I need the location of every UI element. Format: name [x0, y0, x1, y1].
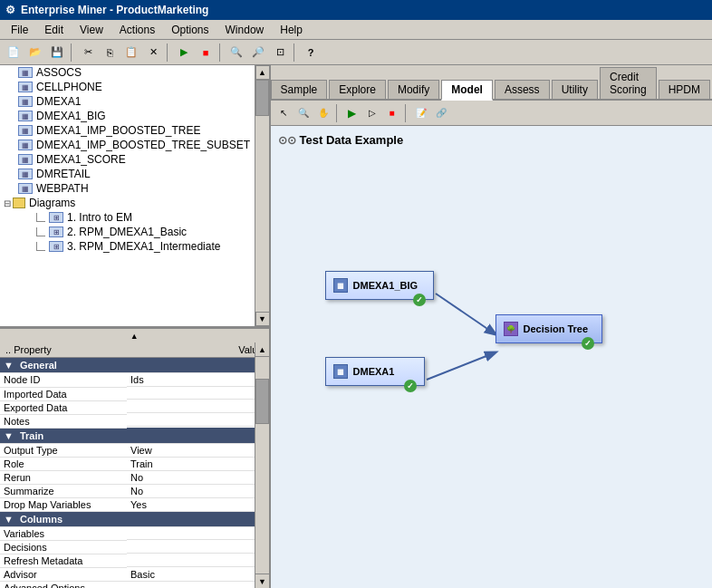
tree-item-label-12: 3. RPM_DMEXA1_Intermediate [67, 240, 220, 253]
menu-help[interactable]: Help [273, 22, 310, 38]
tree-item-label-9: Diagrams [29, 197, 75, 209]
prop-value-cell: No [127, 485, 269, 498]
node-dmexa1-big-label: DMEXA1_BIG [353, 280, 419, 291]
tree-item-2[interactable]: ▦DMEXA1 [0, 94, 255, 109]
tab-hpdm[interactable]: HPDM [659, 80, 710, 99]
prop-value-cell: Yes [127, 498, 269, 512]
diag-run-selected[interactable]: ▷ [363, 104, 381, 122]
tree-item-6[interactable]: ▦DMEXA1_SCORE [0, 152, 255, 167]
file-icon-2: ▦ [18, 96, 33, 107]
tab-model[interactable]: Model [441, 80, 493, 101]
tree-item-label-2: DMEXA1 [36, 95, 81, 108]
toolbar-delete[interactable]: ✕ [143, 43, 163, 63]
folder-expand-9[interactable]: ⊟ [4, 198, 11, 208]
prop-scroll-down[interactable]: ▼ [255, 574, 269, 588]
prop-row: Notes... [0, 414, 269, 428]
toolbar-zoom-out[interactable]: 🔎 [248, 43, 268, 63]
prop-section-train: ▼ Train [0, 428, 269, 443]
tree-item-11[interactable]: ⊞2. RPM_DMEXA1_Basic [0, 225, 255, 239]
diag-run-all[interactable]: ▶ [343, 104, 361, 122]
app-title: Enterprise Miner - ProductMarketing [21, 4, 208, 16]
toolbar-run[interactable]: ▶ [174, 43, 194, 63]
file-icon-5: ▦ [18, 140, 33, 150]
toolbar-copy[interactable]: ⎘ [100, 43, 120, 63]
toolbar-zoom-in[interactable]: 🔍 [226, 43, 246, 63]
diag-select[interactable]: ↖ [274, 104, 293, 122]
menu-file[interactable]: File [4, 22, 35, 38]
file-icon-0: ▦ [18, 67, 33, 78]
diag-sep [336, 104, 340, 122]
menu-edit[interactable]: Edit [37, 22, 71, 38]
tree-item-12[interactable]: ⊞3. RPM_DMEXA1_Intermediate [0, 239, 255, 254]
node-dmexa1[interactable]: ▦ DMEXA1 ✓ [325, 357, 425, 386]
section-expand-icon[interactable]: ▼ [4, 360, 14, 371]
tree-item-9[interactable]: ⊟Diagrams [0, 196, 255, 210]
toolbar-cut[interactable]: ✂ [78, 43, 98, 63]
scroll-up-btn[interactable]: ▲ [255, 65, 269, 80]
toolbar-stop[interactable]: ■ [196, 43, 216, 63]
diag-stop[interactable]: ■ [383, 104, 401, 122]
prop-name: Imported Data [0, 387, 127, 400]
menu-actions[interactable]: Actions [112, 22, 162, 38]
toolbar-open[interactable]: 📂 [25, 43, 45, 63]
prop-row: AdvisorBasic [0, 568, 269, 582]
diag-connect[interactable]: 🔗 [432, 104, 450, 122]
diagram-area[interactable]: ⊙⊙ Test Data Example ▦ [271, 126, 712, 588]
tree-item-label-6: DMEXA1_SCORE [36, 153, 126, 166]
main-layout: ▦ASSOCS▦CELLPHONE▦DMEXA1▦DMEXA1_BIG▦DMEX… [0, 65, 712, 588]
diag-hand[interactable]: ✋ [314, 104, 332, 122]
node-dmexa1-big-icon: ▦ [333, 278, 348, 293]
diagram-connector-10 [36, 213, 45, 222]
prop-value-cell: View [127, 444, 269, 458]
tree-scrollbar[interactable]: ▲ ▼ [255, 65, 269, 326]
tree-item-0[interactable]: ▦ASSOCS [0, 65, 255, 80]
toolbar-fit[interactable]: ⊡ [270, 43, 290, 63]
tab-explore[interactable]: Explore [329, 80, 386, 99]
tab-modify[interactable]: Modify [388, 80, 439, 99]
menu-window[interactable]: Window [218, 22, 272, 38]
tree-item-4[interactable]: ▦DMEXA1_IMP_BOOSTED_TREE [0, 123, 255, 138]
prop-scrollbar[interactable]: ▲ ▼ [255, 342, 269, 588]
toolbar-help[interactable]: ? [301, 43, 321, 63]
prop-value-cell: ... [127, 582, 269, 589]
tree-item-label-10: 1. Intro to EM [67, 211, 132, 224]
tree-item-8[interactable]: ▦WEBPATH [0, 181, 255, 196]
tree-item-3[interactable]: ▦DMEXA1_BIG [0, 109, 255, 123]
prop-scroll-up[interactable]: ▲ [255, 342, 269, 357]
diag-add-note[interactable]: 📝 [412, 104, 430, 122]
scroll-thumb[interactable] [255, 80, 269, 116]
prop-name: Role [0, 458, 127, 471]
toolbar-new[interactable]: 📄 [4, 43, 24, 63]
prop-scroll-thumb[interactable] [255, 379, 269, 424]
toolbar-paste[interactable]: 📋 [121, 43, 141, 63]
svg-line-1 [427, 352, 496, 380]
section-expand-icon[interactable]: ▼ [4, 514, 14, 525]
prop-row: RerunNo [0, 471, 269, 485]
file-icon-3: ▦ [18, 111, 33, 121]
section-expand-icon[interactable]: ▼ [4, 430, 14, 441]
scroll-down-btn[interactable]: ▼ [255, 312, 269, 326]
toolbar-save[interactable]: 💾 [47, 43, 67, 63]
prop-col1-header: .. Property [5, 344, 52, 355]
node-dmexa1-big[interactable]: ▦ DMEXA1_BIG ✓ [325, 271, 434, 300]
tab-utility[interactable]: Utility [552, 80, 598, 99]
tab-credit-scoring[interactable]: Credit Scoring [600, 67, 657, 99]
tree-item-label-3: DMEXA1_BIG [36, 110, 106, 122]
prop-value: Basic [130, 569, 155, 580]
node-decision-tree[interactable]: 🌳 Decision Tree ✓ [496, 314, 602, 343]
menu-options[interactable]: Options [164, 22, 216, 38]
tree-item-10[interactable]: ⊞1. Intro to EM [0, 210, 255, 225]
svg-line-0 [436, 294, 496, 334]
panel-collapse-handle[interactable]: ▲ [0, 328, 269, 342]
diag-zoom[interactable]: 🔍 [294, 104, 313, 122]
tab-sample[interactable]: Sample [271, 80, 328, 99]
tree-item-1[interactable]: ▦CELLPHONE [0, 80, 255, 94]
prop-value: Train [130, 458, 153, 469]
node-dmexa1-big-status: ✓ [413, 294, 426, 306]
tree-item-5[interactable]: ▦DMEXA1_IMP_BOOSTED_TREE_SUBSET [0, 138, 255, 152]
prop-value-cell: ... [127, 527, 269, 540]
menu-view[interactable]: View [72, 22, 111, 38]
file-icon-7: ▦ [18, 169, 33, 179]
tree-item-7[interactable]: ▦DMRETAIL [0, 167, 255, 181]
tab-assess[interactable]: Assess [495, 80, 550, 99]
